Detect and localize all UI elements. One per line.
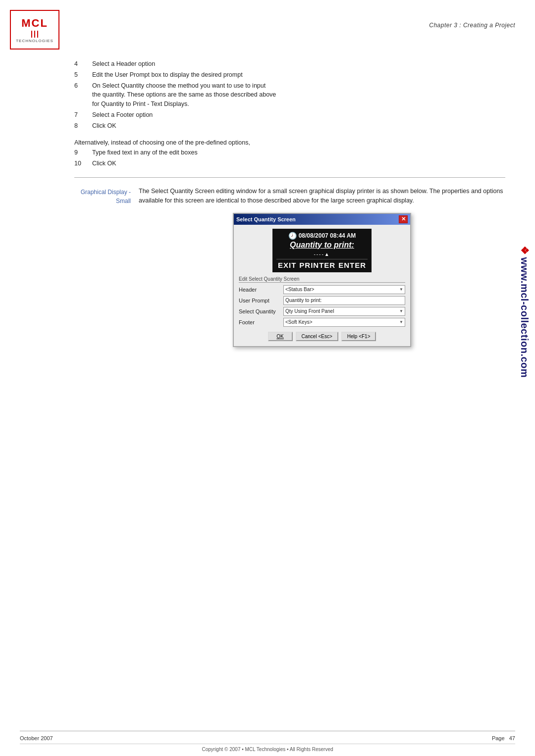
list-text-5: Edit the User Prompt box to display the … <box>92 70 505 80</box>
form-select-header[interactable]: <Status Bar> ▼ <box>283 285 405 294</box>
dialog-body: 🕗 08/08/2007 08:44 AM Quantity to print:… <box>234 225 410 346</box>
chevron-down-icon: ▼ <box>399 287 403 292</box>
chevron-down-icon-2: ▼ <box>399 309 403 313</box>
list-text-6: On Select Quantity choose the method you… <box>92 81 505 109</box>
form-label-select-qty: Select Quantity <box>239 308 283 314</box>
watermark-dot: ❖ <box>519 246 531 255</box>
form-label-user-prompt: User Prompt <box>239 298 283 303</box>
dialog-close-button[interactable]: ✕ <box>399 215 408 223</box>
logo-area: MCL TECHNOLOGIES <box>10 10 59 50</box>
footer-date: October 2007 <box>20 735 53 741</box>
steps-section-1: 4 Select a Header option 5 Edit the User… <box>74 59 505 130</box>
section-left-label: Graphical Display - Small <box>74 187 139 347</box>
logo-tech-text: TECHNOLOGIES <box>16 39 54 43</box>
list-item-9: 9 Type fixed text in any of the edit box… <box>74 148 505 157</box>
alternatively-text: Alternatively, instead of choosing one o… <box>74 139 505 146</box>
footer-page-label: Page <box>492 735 505 741</box>
screen-printer: PRINTER <box>299 261 335 269</box>
clock-icon: 🕗 <box>288 232 297 240</box>
screen-enter: ENTER <box>338 261 366 269</box>
screen-datetime: 🕗 08/08/2007 08:44 AM <box>276 232 368 240</box>
list-item-10: 10 Click OK <box>74 159 505 168</box>
list-item-7: 7 Select a Footer option <box>74 110 505 120</box>
screen-datetime-text: 08/08/2007 08:44 AM <box>299 232 356 239</box>
list-item-8: 8 Click OK <box>74 121 505 131</box>
logo-divider-2 <box>34 31 35 38</box>
list-text-7: Select a Footer option <box>92 110 505 120</box>
ok-button[interactable]: OK <box>268 332 293 341</box>
section-right-content: The Select Quantity Screen editing windo… <box>139 187 505 347</box>
cancel-button[interactable]: Cancel <Esc> <box>296 332 338 341</box>
list-num-7: 7 <box>74 110 92 120</box>
list-num-10: 10 <box>74 159 92 168</box>
dialog-title: Select Quantity Screen <box>236 216 296 222</box>
graphical-display-section: Graphical Display - Small The Select Qua… <box>74 187 505 347</box>
logo-divider-3 <box>37 31 38 38</box>
form-row-footer: Footer <Soft Keys> ▼ <box>239 318 405 327</box>
chapter-header: Chapter 3 : Creating a Project <box>429 22 515 29</box>
list-item-5: 5 Edit the User Prompt box to display th… <box>74 70 505 80</box>
left-label-line1: Graphical Display - <box>81 189 131 196</box>
list-num-9: 9 <box>74 148 92 157</box>
page-footer: October 2007 Page 47 <box>20 731 515 741</box>
watermark-text: ❖ www.mcl-collection.com <box>519 246 531 378</box>
alternatively-section: Alternatively, instead of choosing one o… <box>74 139 505 168</box>
list-item-6: 6 On Select Quantity choose the method y… <box>74 81 505 109</box>
footer-page-num: 47 <box>509 735 515 741</box>
screen-bottom-bar: EXIT PRINTER ENTER <box>276 259 368 269</box>
footer-page: Page 47 <box>492 735 515 741</box>
section-divider <box>74 177 505 178</box>
form-select-header-value: <Status Bar> <box>285 287 314 292</box>
form-select-qty-value: Qty Using Front Panel <box>285 308 334 314</box>
chevron-down-icon-3: ▼ <box>399 320 403 324</box>
list-num-4: 4 <box>74 59 92 69</box>
dialog-window: Select Quantity Screen ✕ 🕗 08/08/2007 08… <box>233 213 411 347</box>
watermark-url: www.mcl-collection.com <box>519 257 531 378</box>
dialog-buttons: OK Cancel <Esc> Help <F1> <box>239 329 405 343</box>
screen-preview: 🕗 08/08/2007 08:44 AM Quantity to print:… <box>272 229 372 272</box>
form-select-footer[interactable]: <Soft Keys> ▼ <box>283 318 405 327</box>
list-num-6: 6 <box>74 81 92 109</box>
list-num-8: 8 <box>74 121 92 131</box>
form-row-header: Header <Status Bar> ▼ <box>239 285 405 294</box>
screen-exit: EXIT <box>278 261 296 269</box>
dialog-titlebar: Select Quantity Screen ✕ <box>234 214 410 225</box>
footer-content: October 2007 Page 47 <box>20 735 515 741</box>
form-row-select-qty: Select Quantity Qty Using Front Panel ▼ <box>239 307 405 316</box>
list-num-5: 5 <box>74 70 92 80</box>
edit-section-label: Edit Select Quantity Screen <box>239 276 405 283</box>
form-input-user-prompt[interactable]: Quantity to print: <box>283 296 405 305</box>
dialog-wrapper: Select Quantity Screen ✕ 🕗 08/08/2007 08… <box>139 213 505 347</box>
form-select-qty[interactable]: Qty Using Front Panel ▼ <box>283 307 405 316</box>
list-text-9: Type fixed text in any of the edit boxes <box>92 148 505 157</box>
side-watermark: ❖ www.mcl-collection.com <box>515 188 534 436</box>
screen-dashes: ----▲ <box>276 252 368 257</box>
form-select-footer-value: <Soft Keys> <box>285 319 312 325</box>
footer-copyright: Copyright © 2007 • MCL Technologies • Al… <box>20 744 515 752</box>
screen-qty-text: Quantity to print: <box>276 241 368 250</box>
form-label-footer: Footer <box>239 319 283 325</box>
list-text-4: Select a Header option <box>92 59 505 69</box>
form-row-user-prompt: User Prompt Quantity to print: <box>239 296 405 305</box>
logo-dividers <box>31 31 38 38</box>
form-label-header: Header <box>239 287 283 293</box>
body-paragraph: The Select Quantity Screen editing windo… <box>139 187 505 206</box>
form-input-user-prompt-value: Quantity to print: <box>285 298 321 303</box>
left-label-line2: Small <box>116 198 131 204</box>
help-button[interactable]: Help <F1> <box>341 332 376 341</box>
logo-mcl-text: MCL <box>21 17 48 30</box>
list-text-10: Click OK <box>92 159 505 168</box>
list-text-8: Click OK <box>92 121 505 131</box>
footer-divider <box>20 731 515 731</box>
list-item-4: 4 Select a Header option <box>74 59 505 69</box>
logo-box: MCL TECHNOLOGIES <box>10 10 59 50</box>
content-area: 4 Select a Header option 5 Edit the User… <box>74 59 505 347</box>
logo-divider-1 <box>31 31 32 38</box>
